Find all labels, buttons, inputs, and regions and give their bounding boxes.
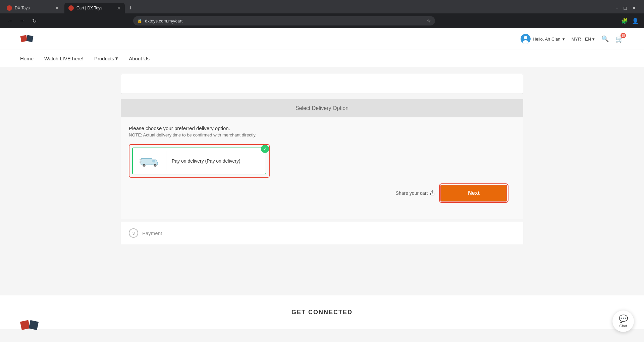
site-logo[interactable] (20, 32, 34, 46)
select-delivery-label: Select Delivery Option (296, 105, 348, 111)
share-cart-button[interactable]: Share your cart (396, 190, 435, 196)
browser-action-buttons: 🧩 👤 (621, 18, 639, 24)
share-cart-label: Share your cart (396, 190, 428, 196)
delivery-intro: Please choose your preferred delivery op… (129, 125, 515, 131)
bookmark-icon[interactable]: ☆ (427, 18, 431, 23)
tab-favicon-1 (7, 5, 12, 11)
maximize-button[interactable]: □ (624, 5, 627, 11)
tab-close-1[interactable]: ✕ (55, 5, 59, 11)
delivery-option-label: Pay on delivery (Pay on delivery) (172, 158, 240, 164)
payment-section: 3 Payment (121, 222, 523, 244)
next-button[interactable]: Next (440, 185, 507, 202)
new-tab-button[interactable]: + (126, 3, 135, 13)
site-header: Hello, Ah Cian ▾ MYR | EN ▾ 🔍 🛒 15 (0, 28, 644, 50)
back-button[interactable]: ← (5, 16, 15, 25)
svg-rect-11 (153, 160, 155, 162)
delivery-section: Select Delivery Option Please choose you… (121, 99, 523, 219)
step-3-number: 3 (132, 231, 135, 236)
site-footer: GET CONNECTED (0, 295, 644, 329)
lang-label: EN (585, 37, 591, 42)
forward-button[interactable]: → (17, 16, 27, 25)
address-bar[interactable]: 🔒 dxtoys.com.my/cart ☆ (133, 16, 435, 25)
chat-label: Chat (619, 324, 627, 328)
header-right: Hello, Ah Cian ▾ MYR | EN ▾ 🔍 🛒 15 (521, 34, 624, 44)
user-dropdown-icon: ▾ (562, 37, 565, 42)
lang-divider: | (583, 37, 584, 42)
nav-products[interactable]: Products ▾ (94, 55, 118, 61)
avatar (521, 34, 531, 44)
delivery-options-area: Please choose your preferred delivery op… (121, 117, 523, 219)
url-display: dxtoys.com.my/cart (145, 18, 424, 23)
lock-icon: 🔒 (137, 18, 142, 23)
browser-chrome: DX Toys ✕ Cart | DX Toys ✕ + − □ ✕ ← → ↻… (0, 0, 644, 28)
tab-bar: DX Toys ✕ Cart | DX Toys ✕ + − □ ✕ (0, 0, 644, 13)
user-greeting: Hello, Ah Cian (533, 37, 560, 42)
address-bar-row: ← → ↻ 🔒 dxtoys.com.my/cart ☆ 🧩 👤 (0, 13, 644, 28)
products-dropdown-icon: ▾ (115, 55, 118, 61)
select-delivery-option-button[interactable]: Select Delivery Option (121, 99, 523, 117)
user-info[interactable]: Hello, Ah Cian ▾ (521, 34, 565, 44)
profile-icon[interactable]: 👤 (632, 18, 639, 24)
svg-point-9 (143, 165, 145, 166)
reload-button[interactable]: ↻ (30, 16, 39, 25)
footer-logo (20, 318, 40, 335)
tab-close-2[interactable]: ✕ (117, 5, 121, 11)
tab-title-1: DX Toys (15, 6, 52, 10)
svg-rect-1 (26, 35, 34, 42)
footer-get-connected: GET CONNECTED (20, 309, 624, 316)
logo-icon (20, 32, 34, 46)
svg-point-3 (524, 36, 527, 39)
delivery-truck-image (133, 151, 166, 171)
search-icon[interactable]: 🔍 (601, 35, 609, 43)
delivery-check-icon: ✓ (261, 145, 269, 153)
close-window-button[interactable]: ✕ (632, 5, 636, 11)
tab-dxtoys[interactable]: DX Toys ✕ (3, 3, 63, 13)
site-nav: Home Watch LIVE here! Products ▾ About U… (0, 50, 644, 67)
cart-top-partial (121, 74, 523, 94)
delivery-option-outer-border: Pay on delivery (Pay on delivery) ✓ (129, 144, 270, 178)
lang-selector[interactable]: MYR | EN ▾ (572, 37, 595, 42)
cart-badge: 15 (621, 33, 626, 38)
share-cart-icon (430, 190, 435, 196)
tab-title-2: Cart | DX Toys (76, 6, 114, 10)
cart-button[interactable]: 🛒 15 (615, 35, 624, 43)
window-controls: − □ ✕ (610, 3, 641, 13)
svg-rect-17 (29, 320, 39, 330)
nav-watch-live[interactable]: Watch LIVE here! (44, 56, 84, 61)
minimize-button[interactable]: − (615, 5, 618, 11)
nav-about-us[interactable]: About Us (129, 56, 150, 61)
svg-rect-0 (20, 35, 28, 42)
cart-actions: Share your cart Next (129, 178, 515, 208)
chat-icon: 💬 (619, 315, 628, 323)
chat-widget[interactable]: 💬 Chat (612, 310, 634, 332)
payment-label: Payment (142, 230, 162, 236)
extensions-icon[interactable]: 🧩 (621, 18, 628, 24)
tab-favicon-2 (68, 5, 74, 11)
step-3-circle: 3 (129, 228, 138, 238)
currency-label: MYR (572, 37, 581, 42)
nav-home[interactable]: Home (20, 56, 34, 61)
delivery-note: NOTE: Actual delivery time to be confirm… (129, 132, 515, 137)
svg-rect-5 (141, 159, 152, 165)
lang-dropdown-icon: ▾ (592, 37, 595, 42)
page-content: Select Delivery Option Please choose you… (0, 67, 644, 295)
tab-cart-dxtoys[interactable]: Cart | DX Toys ✕ (64, 3, 125, 13)
svg-point-10 (154, 165, 156, 166)
website: Hello, Ah Cian ▾ MYR | EN ▾ 🔍 🛒 15 Home … (0, 28, 644, 329)
truck-icon (140, 154, 160, 168)
delivery-option-pod[interactable]: Pay on delivery (Pay on delivery) ✓ (132, 148, 266, 174)
svg-rect-16 (20, 320, 30, 330)
